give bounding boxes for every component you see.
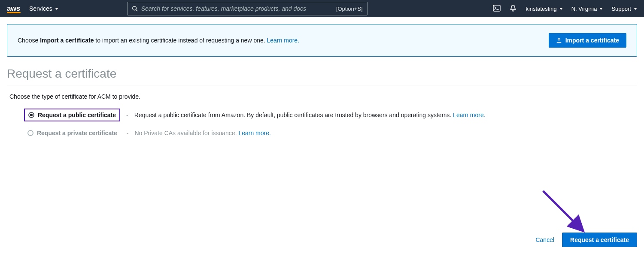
option-private-desc-wrap: No Private CAs available for issuance. L… [134, 130, 270, 136]
aws-logo-text: aws [7, 4, 20, 12]
option-public-highlight: Request a public certificate [24, 109, 120, 121]
account-menu[interactable]: kinstatesting [526, 6, 562, 12]
import-certificate-button[interactable]: Import a certificate [549, 33, 626, 48]
cloudshell-icon[interactable] [493, 4, 501, 13]
banner-strong: Import a certificate [40, 37, 94, 44]
subtitle: Choose the type of certificate for ACM t… [7, 93, 637, 100]
search-input[interactable] [141, 5, 333, 12]
svg-rect-2 [493, 5, 500, 11]
option-private-desc: No Private CAs available for issuance. [134, 130, 238, 136]
header-right: kinstatesting N. Virginia Support [493, 4, 637, 13]
search-icon [132, 6, 138, 12]
search-bar[interactable]: [Option+S] [127, 2, 368, 15]
option-public-certificate[interactable]: Request a public certificate - Request a… [24, 109, 637, 121]
chevron-down-icon [634, 8, 637, 10]
banner-learn-more-link[interactable]: Learn more. [267, 37, 299, 44]
svg-point-0 [132, 6, 136, 10]
option-dash: - [126, 112, 128, 118]
aws-logo[interactable]: aws [7, 4, 21, 13]
option-public-learn-more[interactable]: Learn more. [453, 112, 485, 118]
option-private-learn-more[interactable]: Learn more. [238, 130, 270, 136]
chevron-down-icon [55, 8, 58, 10]
radio-public[interactable] [28, 112, 34, 118]
region-menu[interactable]: N. Virginia [571, 6, 603, 12]
region-label: N. Virginia [571, 6, 597, 12]
search-shortcut: [Option+S] [336, 6, 363, 12]
notifications-icon[interactable] [509, 4, 517, 13]
support-menu[interactable]: Support [611, 6, 637, 12]
page-title: Request a certificate [7, 67, 637, 85]
option-public-desc-wrap: Request a public certificate from Amazon… [134, 112, 486, 118]
banner-prefix: Choose [18, 37, 40, 44]
option-public-desc: Request a public certificate from Amazon… [134, 112, 453, 118]
main-content: Choose Import a certificate to import an… [0, 17, 644, 151]
chevron-down-icon [559, 8, 563, 10]
chevron-down-icon [599, 8, 603, 10]
radio-private [27, 130, 33, 136]
import-info-banner: Choose Import a certificate to import an… [7, 24, 637, 57]
option-dash: - [127, 130, 129, 136]
upload-icon [556, 37, 562, 43]
aws-console-header: aws Services [Option+S] kinstatesting N.… [0, 0, 644, 17]
services-menu[interactable]: Services [29, 5, 58, 12]
banner-text: Choose Import a certificate to import an… [18, 37, 540, 44]
option-private-wrap: Request a private certificate [24, 127, 121, 139]
option-private-label: Request a private certificate [37, 130, 117, 136]
option-public-label: Request a public certificate [38, 112, 116, 118]
support-label: Support [611, 6, 631, 12]
option-private-certificate: Request a private certificate - No Priva… [24, 127, 637, 139]
import-button-label: Import a certificate [565, 37, 619, 44]
certificate-type-options: Request a public certificate - Request a… [7, 109, 637, 139]
account-label: kinstatesting [526, 6, 556, 12]
services-label: Services [29, 5, 52, 12]
banner-suffix: to import an existing certificate instea… [94, 37, 267, 44]
svg-line-1 [136, 10, 137, 12]
